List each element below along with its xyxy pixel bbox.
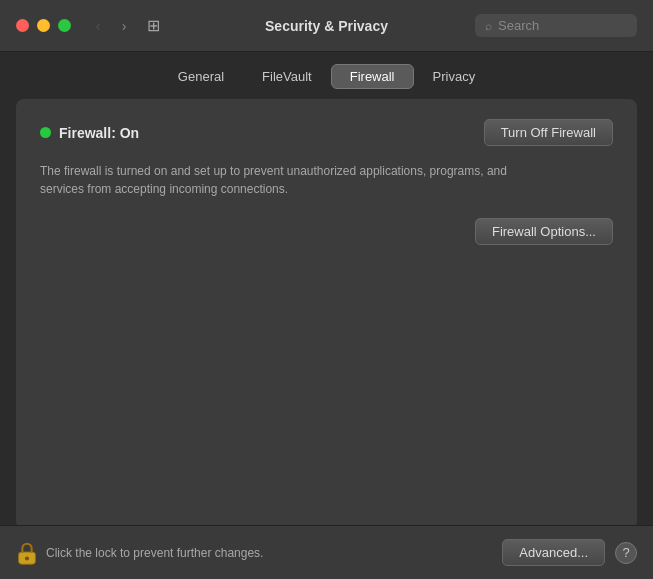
firewall-status-row: Firewall: On Turn Off Firewall [40,119,613,146]
status-dot-on [40,127,51,138]
window-title: Security & Privacy [265,18,388,34]
tab-privacy[interactable]: Privacy [414,64,495,89]
bottom-bar: Click the lock to prevent further change… [0,525,653,579]
close-button[interactable] [16,19,29,32]
titlebar: ‹ › ⊞ Security & Privacy ⌕ [0,0,653,52]
lock-icon [16,540,38,566]
bottom-right: Advanced... ? [502,539,637,566]
content-pane: Firewall: On Turn Off Firewall The firew… [16,99,637,529]
firewall-status-left: Firewall: On [40,125,139,141]
search-input[interactable] [498,18,627,33]
back-icon: ‹ [96,18,101,34]
forward-icon: › [122,18,127,34]
tab-firewall[interactable]: Firewall [331,64,414,89]
search-box: ⌕ [475,14,637,37]
back-arrow[interactable]: ‹ [87,15,109,37]
nav-arrows: ‹ › [87,15,135,37]
help-button[interactable]: ? [615,542,637,564]
forward-arrow[interactable]: › [113,15,135,37]
firewall-options-button[interactable]: Firewall Options... [475,218,613,245]
svg-point-1 [25,556,29,560]
firewall-options-row: Firewall Options... [40,218,613,245]
search-icon: ⌕ [485,19,492,33]
minimize-button[interactable] [37,19,50,32]
traffic-lights [16,19,71,32]
maximize-button[interactable] [58,19,71,32]
turn-off-firewall-button[interactable]: Turn Off Firewall [484,119,613,146]
tab-general[interactable]: General [159,64,243,89]
firewall-status-label: Firewall: On [59,125,139,141]
lock-text: Click the lock to prevent further change… [46,546,263,560]
tab-filevault[interactable]: FileVault [243,64,331,89]
grid-icon[interactable]: ⊞ [147,16,160,35]
firewall-description: The firewall is turned on and set up to … [40,162,540,198]
lock-button[interactable]: Click the lock to prevent further change… [16,540,263,566]
advanced-button[interactable]: Advanced... [502,539,605,566]
tabs-container: General FileVault Firewall Privacy [0,52,653,99]
